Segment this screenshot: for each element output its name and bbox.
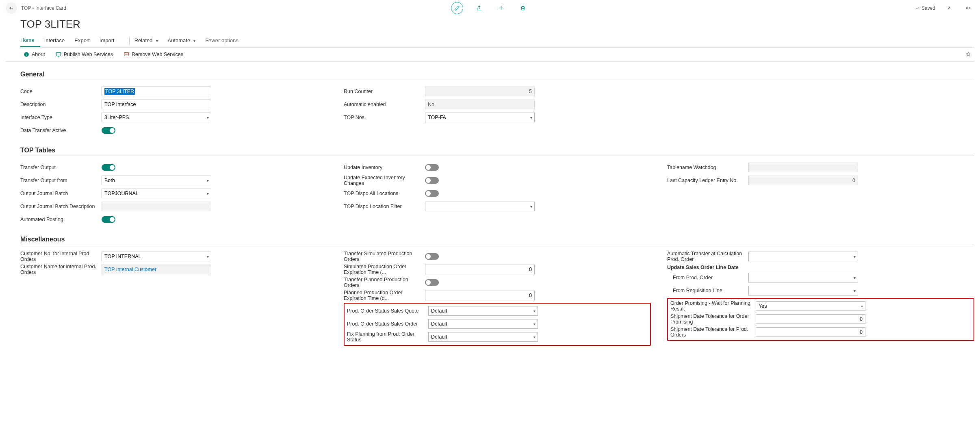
- planned-po-exp-label: Planned Production Order Expiration Time…: [344, 290, 425, 301]
- tab-related[interactable]: Related: [134, 35, 164, 47]
- data-transfer-active-toggle[interactable]: [102, 127, 115, 134]
- tab-import[interactable]: Import: [100, 35, 120, 47]
- automated-posting-toggle[interactable]: [102, 216, 115, 223]
- info-icon: i: [24, 52, 29, 57]
- popout-icon: [946, 5, 952, 11]
- check-icon: [915, 6, 920, 11]
- pencil-icon: [454, 5, 460, 11]
- tab-interface[interactable]: Interface: [44, 35, 71, 47]
- description-input[interactable]: [102, 100, 211, 109]
- collapse-icon: [965, 5, 971, 11]
- plus-icon: [498, 5, 504, 11]
- tab-home[interactable]: Home: [20, 35, 40, 47]
- auto-transfer-calc-select[interactable]: [748, 252, 858, 261]
- remove-webservices-action[interactable]: Remove Web Services: [124, 52, 183, 57]
- popout-button[interactable]: [943, 2, 955, 14]
- top-dispo-all-loc-label: TOP Dispo All Locations: [344, 191, 425, 196]
- last-cap-ledger-value: 0: [748, 176, 858, 185]
- output-journal-batch-label: Output Journal Batch: [20, 191, 102, 196]
- top-nos-label: TOP Nos.: [344, 115, 425, 120]
- edit-button[interactable]: [451, 2, 463, 14]
- run-counter-label: Run Counter: [344, 89, 425, 94]
- automatic-enabled-value: No: [425, 100, 535, 109]
- output-journal-batch-desc-label: Output Journal Batch Description: [20, 204, 102, 209]
- remove-icon: [124, 52, 129, 57]
- interface-type-select[interactable]: [102, 113, 211, 122]
- transfer-output-from-label: Transfer Output from: [20, 178, 102, 183]
- tablename-watchdog-value: [748, 163, 858, 172]
- ship-tol-op-input[interactable]: [756, 314, 865, 324]
- description-label: Description: [20, 102, 102, 107]
- output-journal-batch-select[interactable]: [102, 189, 211, 198]
- svg-rect-2: [56, 52, 61, 56]
- code-label: Code: [20, 89, 102, 94]
- transfer-planned-po-toggle[interactable]: [425, 279, 439, 286]
- transfer-output-toggle[interactable]: [102, 164, 115, 171]
- po-status-sales-order-select[interactable]: [428, 319, 538, 329]
- run-counter-value: 5: [425, 87, 535, 96]
- tab-export[interactable]: Export: [74, 35, 95, 47]
- share-button[interactable]: [473, 2, 485, 14]
- update-expected-inv-label: Update Expected Inventory Changes: [344, 175, 425, 186]
- fewer-options[interactable]: Fewer options: [205, 35, 244, 47]
- menu-separator: [129, 37, 130, 45]
- transfer-planned-po-label: Transfer Planned Production Orders: [344, 277, 425, 288]
- new-button[interactable]: [495, 2, 507, 14]
- back-button[interactable]: [6, 2, 17, 14]
- sim-po-exp-input[interactable]: [425, 265, 535, 274]
- highlight-box-left: Prod. Order Status Sales Quote ▾ Prod. O…: [344, 303, 651, 346]
- code-input[interactable]: TOP 3LITER: [102, 87, 211, 96]
- output-journal-batch-desc-value: [102, 202, 211, 211]
- pin-button[interactable]: [965, 52, 971, 57]
- cust-no-select[interactable]: [102, 252, 211, 261]
- fix-planning-select[interactable]: [428, 332, 538, 342]
- from-prod-order-label: From Prod. Order: [667, 275, 748, 280]
- update-sol-date-header: Update Sales Order Line Date: [667, 265, 974, 270]
- order-promising-select[interactable]: [756, 301, 865, 311]
- top-dispo-loc-filter-label: TOP Dispo Location Filter: [344, 204, 425, 209]
- ship-tol-op-label: Shipment Date Tolerance for Order Promis…: [670, 313, 756, 325]
- saved-indicator: Saved: [915, 5, 935, 11]
- about-action[interactable]: i About: [24, 52, 45, 57]
- delete-button[interactable]: [517, 2, 529, 14]
- breadcrumb: TOP - Interface Card: [21, 5, 66, 11]
- share-icon: [476, 5, 482, 11]
- automatic-enabled-label: Automatic enabled: [344, 102, 425, 107]
- update-inventory-toggle[interactable]: [425, 164, 439, 171]
- update-inventory-label: Update Inventory: [344, 165, 425, 170]
- publish-icon: [56, 52, 61, 57]
- cust-name-link[interactable]: TOP Internal Customer: [102, 265, 211, 274]
- tablename-watchdog-label: Tablename Watchdog: [667, 165, 748, 170]
- section-general[interactable]: General: [20, 71, 974, 80]
- auto-transfer-calc-label: Automatic Transfer at Calculation Prod. …: [667, 251, 748, 262]
- po-status-sales-quote-label: Prod. Order Status Sales Quote: [347, 308, 428, 314]
- from-req-line-select[interactable]: [748, 286, 858, 295]
- tab-automate[interactable]: Automate: [168, 35, 202, 47]
- svg-text:i: i: [26, 53, 27, 56]
- update-expected-inv-toggle[interactable]: [425, 177, 439, 184]
- transfer-output-from-select[interactable]: [102, 176, 211, 185]
- chevron-down-icon: [154, 37, 158, 43]
- po-status-sales-quote-select[interactable]: [428, 306, 538, 316]
- from-req-line-label: From Requisition Line: [667, 288, 748, 293]
- section-misc[interactable]: Miscellaneous: [20, 236, 974, 245]
- page-title: TOP 3LITER: [20, 18, 974, 30]
- order-promising-label: Order Promising - Wait for Planning Resu…: [670, 300, 756, 312]
- top-nos-select[interactable]: [425, 113, 535, 122]
- top-dispo-all-loc-toggle[interactable]: [425, 190, 439, 197]
- planned-po-exp-input[interactable]: [425, 291, 535, 300]
- top-dispo-loc-filter-select[interactable]: [425, 202, 535, 211]
- collapse-button[interactable]: [962, 2, 974, 14]
- publish-webservices-action[interactable]: Publish Web Services: [56, 52, 113, 57]
- transfer-sim-po-label: Transfer Simulated Production Orders: [344, 251, 425, 262]
- section-top-tables[interactable]: TOP Tables: [20, 147, 974, 156]
- interface-type-label: Interface Type: [20, 115, 102, 120]
- transfer-sim-po-toggle[interactable]: [425, 253, 439, 260]
- ship-tol-po-label: Shipment Date Tolerance for Prod. Orders: [670, 326, 756, 338]
- chevron-down-icon: [192, 37, 195, 43]
- ship-tol-po-input[interactable]: [756, 327, 865, 337]
- pin-icon: [965, 52, 971, 57]
- last-cap-ledger-label: Last Capacity Ledger Entry No.: [667, 178, 748, 183]
- sim-po-exp-label: Simulated Production Order Expiration Ti…: [344, 264, 425, 275]
- from-prod-order-select[interactable]: [748, 273, 858, 282]
